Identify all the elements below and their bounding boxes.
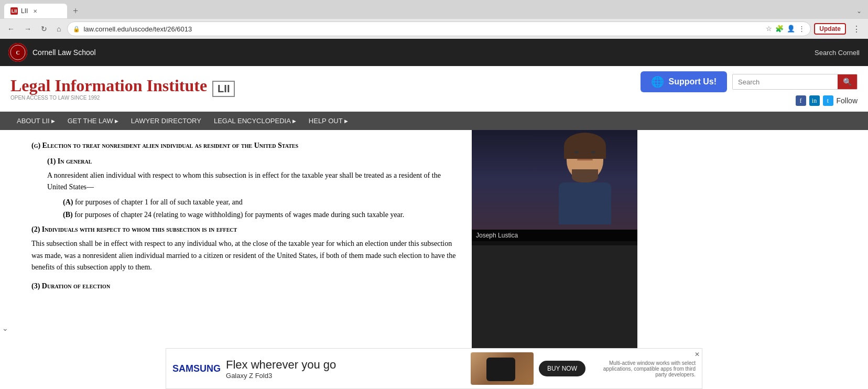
search-button[interactable]: 🔍 [838, 74, 857, 89]
ad-product-name: Galaxy Z Fold3 [226, 372, 465, 380]
search-container: 🔍 [732, 74, 858, 90]
nav-arrow-help-out: ▶ [344, 118, 348, 124]
nav-item-legal-encyclopedia[interactable]: LEGAL ENCYCLOPEDIA ▶ [208, 112, 302, 130]
reload-button[interactable]: ↻ [38, 24, 50, 34]
cornell-header: C Cornell Law School Search Cornell [0, 39, 868, 66]
search-icon: 🔍 [843, 78, 852, 86]
svg-text:C: C [16, 50, 19, 56]
subsection-1-heading: (1) In general [47, 157, 456, 166]
address-icons: ☆ 🧩 👤 ⋮ [766, 25, 805, 33]
ad-text-area: Flex wherever you go Galaxy Z Fold3 [226, 358, 465, 380]
item-a-text: for purposes of chapter 1 for all of suc… [75, 198, 243, 206]
section-g-heading: (g) Election to treat nonresident alien … [31, 141, 456, 151]
nav-label-lawyer-directory: LAWYER DIRECTORY [131, 117, 201, 125]
webcam-feed: Joseph Lustica [472, 130, 637, 245]
search-cornell-link[interactable]: Search Cornell [815, 49, 860, 57]
item-b-label: (B) [63, 211, 73, 219]
ad-content: SAMSUNG Flex wherever you go Galaxy Z Fo… [166, 348, 702, 389]
item-b: (B) for purposes of chapter 24 (relating… [63, 211, 456, 219]
browser-window: LII LII ✕ + ⌄ ← → ↻ ⌂ 🔒 ☆ 🧩 👤 ⋮ Update ⋮ [0, 0, 868, 389]
subsection-3-heading: (3) Duration of election [31, 282, 456, 290]
ad-samsung-text: SAMSUNG [172, 363, 221, 374]
item-b-text: for purposes of chapter 24 (relating to … [74, 211, 404, 219]
ad-fine-print: Multi-active window works with select ap… [591, 360, 696, 377]
main-navigation: ABOUT LII ▶ GET THE LAW ▶ LAWYER DIRECTO… [0, 112, 868, 130]
subsection-3: (3) Duration of election [31, 282, 456, 290]
twitter-icon[interactable]: t [823, 95, 833, 106]
lii-logo-text-area: Legal Information Institute OPEN ACCESS … [10, 77, 207, 101]
forward-button[interactable]: → [21, 24, 35, 34]
more-icon[interactable]: ⋮ [798, 25, 805, 33]
collapse-sidebar-button[interactable]: ⌄ [0, 322, 10, 334]
nav-arrow-about-lii: ▶ [51, 118, 55, 124]
back-button[interactable]: ← [4, 24, 18, 34]
update-button[interactable]: Update [814, 23, 846, 35]
webcam-person-label: Joseph Lustica [472, 230, 637, 241]
lii-logo: Legal Information Institute OPEN ACCESS … [10, 77, 235, 101]
bookmark-icon[interactable]: ☆ [766, 25, 772, 33]
nav-item-about-lii[interactable]: ABOUT LII ▶ [10, 112, 61, 130]
lii-logo-subtitle: OPEN ACCESS TO LAW SINCE 1992 [10, 95, 207, 101]
ad-close-button[interactable]: ✕ [695, 351, 700, 359]
nav-label-get-the-law: GET THE LAW [68, 117, 113, 125]
extensions-icon[interactable]: 🧩 [775, 25, 784, 33]
support-globe-icon: 🌐 [651, 75, 664, 88]
address-bar-container: 🔒 ☆ 🧩 👤 ⋮ [67, 21, 811, 36]
lii-header: Legal Information Institute OPEN ACCESS … [0, 66, 868, 112]
linkedin-icon[interactable]: in [809, 95, 820, 106]
nav-item-get-the-law[interactable]: GET THE LAW ▶ [61, 112, 125, 130]
cornell-school-name: Cornell Law School [32, 48, 96, 57]
follow-label[interactable]: Follow [837, 96, 858, 105]
nav-item-lawyer-directory[interactable]: LAWYER DIRECTORY [125, 112, 208, 130]
nav-label-help-out: HELP OUT [309, 117, 343, 125]
lii-logo-main-text: Legal Information Institute [10, 77, 207, 94]
support-button[interactable]: 🌐 Support Us! [641, 71, 727, 92]
address-bar-row: ← → ↻ ⌂ 🔒 ☆ 🧩 👤 ⋮ Update ⋮ [0, 19, 868, 39]
ad-tagline: Flex wherever you go [226, 358, 465, 372]
address-input[interactable] [83, 25, 763, 33]
home-button[interactable]: ⌂ [53, 24, 64, 34]
ad-brand-logo: SAMSUNG [172, 363, 221, 374]
nav-label-legal-encyclopedia: LEGAL ENCYCLOPEDIA [214, 117, 291, 125]
tab-add-button[interactable]: + [68, 4, 83, 18]
header-right: 🌐 Support Us! 🔍 f in t Follow [641, 71, 858, 106]
item-a: (A) for purposes of chapter 1 for all of… [63, 198, 456, 207]
nav-arrow-legal-encyclopedia: ▶ [292, 118, 296, 124]
tab-close-button[interactable]: ✕ [33, 8, 37, 14]
social-follow-bar: f in t Follow [796, 95, 858, 106]
lii-bracket-logo: LII [212, 81, 235, 97]
subsection-2: (2) Individuals with respect to whom thi… [31, 225, 456, 273]
cornell-seal-icon: C [8, 43, 27, 62]
menu-dots-icon[interactable]: ⋮ [849, 23, 864, 35]
subsection-1: (1) In general A nonresident alien indiv… [47, 157, 456, 220]
tab-bar: LII LII ✕ + ⌄ [0, 0, 868, 19]
lock-icon: 🔒 [73, 26, 80, 33]
item-a-label: (A) [63, 198, 73, 206]
ad-buy-button[interactable]: BUY NOW [539, 361, 585, 376]
tab-dropdown-button[interactable]: ⌄ [854, 5, 864, 17]
nav-item-help-out[interactable]: HELP OUT ▶ [302, 112, 354, 130]
nav-label-about-lii: ABOUT LII [17, 117, 50, 125]
lii-bracket-text: LII [218, 83, 230, 95]
ad-images [471, 352, 534, 385]
left-sidebar: ⌄ [0, 130, 16, 389]
subsection-1-text: A nonresident alien individual with resp… [47, 170, 456, 193]
advertisement-banner: SAMSUNG Flex wherever you go Galaxy Z Fo… [166, 348, 702, 389]
cornell-logo: C Cornell Law School [8, 43, 96, 62]
subsection-2-text: This subsection shall be in effect with … [31, 238, 456, 273]
tab-favicon: LII [10, 7, 18, 15]
facebook-icon[interactable]: f [796, 95, 806, 106]
tab-label: LII [21, 7, 28, 15]
profile-icon[interactable]: 👤 [787, 25, 795, 33]
ad-hand-image [471, 352, 534, 385]
search-input[interactable] [733, 75, 838, 89]
browser-tab-active[interactable]: LII LII ✕ [4, 4, 67, 18]
subsection-2-heading: (2) Individuals with respect to whom thi… [31, 225, 456, 234]
nav-arrow-get-the-law: ▶ [115, 118, 118, 124]
